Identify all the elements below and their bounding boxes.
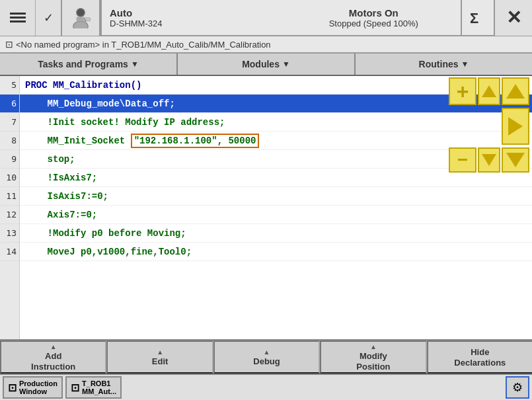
nav-modules[interactable]: Modules ▼ <box>178 54 356 75</box>
rob1-window-button[interactable]: ⊡ T_ROB1 MM_Aut... <box>65 376 122 399</box>
nav-bar: Tasks and Programs ▼ Modules ▼ Routines … <box>0 54 532 76</box>
tasks-label: Tasks and Programs <box>38 59 128 69</box>
user-icon: i <box>70 7 91 28</box>
debug-label: Debug <box>253 356 280 366</box>
line-num-10: 10 <box>0 169 19 187</box>
hide-declarations-button[interactable]: Hide Declarations <box>427 340 532 374</box>
production-window-icon: ⊡ <box>8 381 17 394</box>
line-num-11: 11 <box>0 187 19 206</box>
nav-routines[interactable]: Routines ▼ <box>356 54 532 75</box>
add-instruction-button[interactable]: ▲ Add Instruction <box>0 340 106 374</box>
code-text-11: IsAxis7:=0; <box>25 191 108 202</box>
motors-on-label: Motors On <box>349 7 399 19</box>
modules-label: Modules <box>242 59 280 69</box>
debug-up-arrow: ▲ <box>264 348 270 356</box>
check-icon: ✓ <box>44 11 54 25</box>
line-num-14: 14 <box>0 243 19 261</box>
debug-button[interactable]: ▲ Debug <box>213 340 320 374</box>
code-text-6: MM_Debug_mode\Data_off; <box>25 99 175 109</box>
settings-gear-button[interactable]: ⚙ <box>506 376 529 399</box>
header-left-controls: ✓ i <box>0 0 102 35</box>
line-num-8: 8 <box>0 132 19 150</box>
code-text-5: PROC MM_Calibration() <box>25 80 141 91</box>
right-button-row <box>502 108 529 145</box>
production-label: Production <box>19 380 57 387</box>
add-instruction-label: Add <box>45 351 61 361</box>
modify-label2: Position <box>356 362 390 372</box>
modify-position-button[interactable]: ▲ Modify Position <box>320 340 426 374</box>
code-area: 5 6 7 8 9 10 11 12 13 14 PROC MM_Calibra… <box>0 76 532 339</box>
modify-label: Modify <box>360 351 387 361</box>
line-num-12: 12 <box>0 206 19 224</box>
production-window-labels: Production Window <box>19 380 57 395</box>
breadcrumb-icon: ⊡ <box>5 39 13 50</box>
header-status-section: Motors On Stopped (Speed 100%) <box>287 0 461 35</box>
code-text-14: MoveJ p0,v1000,fine,Tool0; <box>25 247 192 257</box>
line-num-13: 13 <box>0 224 19 243</box>
code-line-12[interactable]: Axis7:=0; <box>20 206 532 224</box>
device-label: D-SHMM-324 <box>110 19 279 28</box>
scroll-up-large-button[interactable] <box>502 77 529 105</box>
remove-button[interactable]: − <box>449 147 476 173</box>
bottom-toolbar: ▲ Add Instruction ▲ Edit ▲ Debug ▲ Modif… <box>0 339 532 374</box>
line-num-9: 9 <box>0 150 19 169</box>
rob1-labels: T_ROB1 MM_Aut... <box>82 380 116 395</box>
code-line-11[interactable]: IsAxis7:=0; <box>20 187 532 206</box>
check-button[interactable]: ✓ <box>36 0 62 36</box>
add-instruction-up-arrow: ▲ <box>50 343 57 350</box>
svg-rect-2 <box>77 17 85 20</box>
header-auto-section: Auto D-SHMM-324 <box>102 0 287 35</box>
add-button[interactable]: + <box>449 77 476 105</box>
user-button[interactable]: i <box>62 0 100 36</box>
scroll-right-button[interactable] <box>502 108 529 145</box>
modules-arrow-icon: ▼ <box>282 60 290 69</box>
code-text-7: !Init socket! Modify IP address; <box>25 117 225 128</box>
triangle-down-large-icon <box>506 153 525 167</box>
edit-up-arrow: ▲ <box>157 348 163 356</box>
code-line-13[interactable]: !Modify p0 before Moving; <box>20 224 532 243</box>
line-num-6: 6 <box>0 95 19 113</box>
hide-label: Hide <box>471 347 489 357</box>
line-num-5: 5 <box>0 76 19 95</box>
gear-icon: ⚙ <box>512 380 523 395</box>
mm-label: MM_Aut... <box>82 387 116 395</box>
line-numbers: 5 6 7 8 9 10 11 12 13 14 <box>0 76 20 339</box>
window-label: Window <box>19 387 47 395</box>
top-button-row: + <box>449 77 529 105</box>
close-button[interactable]: ✕ <box>494 0 532 36</box>
code-line-14[interactable]: MoveJ p0,v1000,fine,Tool0; <box>20 243 532 261</box>
status-bar: ⊡ Production Window ⊡ T_ROB1 MM_Aut... ⚙ <box>0 374 532 400</box>
header-right-controls: Σ ✕ <box>461 0 532 35</box>
menu-button[interactable] <box>0 0 36 36</box>
code-text-9: stop; <box>25 154 75 165</box>
scroll-up-small-button[interactable] <box>478 77 500 105</box>
nav-tasks-and-programs[interactable]: Tasks and Programs ▼ <box>0 54 178 75</box>
code-text-13: !Modify p0 before Moving; <box>25 228 186 239</box>
code-text-12: Axis7:=0; <box>25 210 97 220</box>
modify-up-arrow: ▲ <box>370 343 377 350</box>
hide-label2: Declarations <box>454 358 506 368</box>
triangle-up-large-icon <box>506 84 525 99</box>
triangle-down-small-icon <box>482 154 496 166</box>
breadcrumb: ⊡ <No named program> in T_ROB1/MM_Auto_C… <box>0 36 532 54</box>
scroll-down-large-button[interactable] <box>502 147 529 173</box>
edit-button[interactable]: ▲ Edit <box>106 340 213 374</box>
menu-icon <box>10 13 26 22</box>
breadcrumb-text: <No named program> in T_ROB1/MM_Auto_Cal… <box>16 40 271 50</box>
rob1-label: T_ROB1 <box>82 380 110 387</box>
triangle-right-icon <box>508 117 523 136</box>
production-window-button[interactable]: ⊡ Production Window <box>3 376 63 399</box>
close-icon: ✕ <box>506 7 521 28</box>
routines-arrow-icon: ▼ <box>461 60 469 69</box>
signal-icon: Σ <box>461 0 494 36</box>
add-instruction-label2: Instruction <box>31 362 75 372</box>
signal-svg: Σ <box>467 7 488 28</box>
svg-text:Σ: Σ <box>470 10 478 26</box>
tasks-arrow-icon: ▼ <box>131 60 139 69</box>
code-orange-box: "192.168.1.100", 50000 <box>131 134 260 148</box>
rob1-icon: ⊡ <box>71 381 79 394</box>
edit-label: Edit <box>152 356 169 366</box>
stopped-label: Stopped (Speed 100%) <box>329 19 418 28</box>
scroll-down-small-button[interactable] <box>478 147 500 173</box>
svg-point-0 <box>77 8 85 17</box>
